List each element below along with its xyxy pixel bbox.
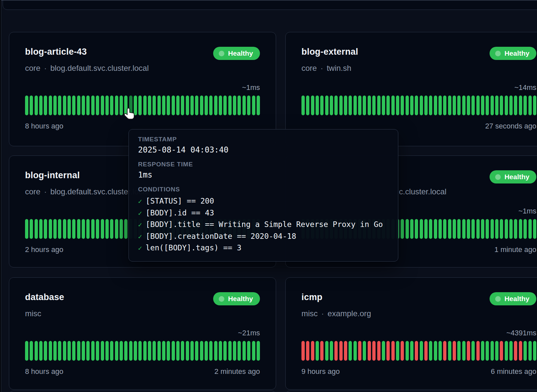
uptime-bar-up[interactable] [44,96,47,115]
uptime-bar-up[interactable] [223,341,227,361]
uptime-bar-up[interactable] [115,341,118,361]
uptime-bar-up[interactable] [82,96,85,115]
uptime-bar-up[interactable] [353,341,357,361]
uptime-bar-up[interactable] [382,96,385,115]
uptime-bar-up[interactable] [353,96,357,115]
uptime-bar-up[interactable] [467,96,470,115]
uptime-bar-up[interactable] [190,341,194,361]
uptime-bar-up[interactable] [58,219,61,239]
uptime-bar-up[interactable] [358,96,361,115]
uptime-bar-down[interactable] [301,341,305,361]
uptime-bar-up[interactable] [200,341,203,361]
uptime-bar-up[interactable] [453,96,456,115]
uptime-bar-up[interactable] [68,96,71,115]
service-card-partial-bottom-right[interactable] [285,391,537,392]
uptime-bar-up[interactable] [153,96,156,115]
uptime-bar-up[interactable] [415,219,418,239]
uptime-bar-up[interactable] [533,96,536,115]
uptime-bar-down[interactable] [476,341,480,361]
uptime-bar-up[interactable] [124,219,127,239]
uptime-bar-up[interactable] [115,219,118,239]
uptime-bar-down[interactable] [391,341,395,361]
uptime-bar-up[interactable] [157,341,161,361]
uptime-bar-up[interactable] [77,96,80,115]
uptime-bar-up[interactable] [505,341,508,361]
uptime-bar-up[interactable] [486,219,489,239]
uptime-bar-up[interactable] [105,96,109,115]
uptime-bar-up[interactable] [53,96,57,115]
uptime-bar-up[interactable] [238,96,241,115]
uptime-bar-up[interactable] [120,219,123,239]
uptime-bar-up[interactable] [91,341,95,361]
uptime-bar-up[interactable] [386,96,390,115]
uptime-bar-up[interactable] [476,96,480,115]
uptime-bar-up[interactable] [167,341,170,361]
uptime-bar-up[interactable] [372,96,376,115]
uptime-bar-down[interactable] [424,341,428,361]
uptime-bar-up[interactable] [462,96,466,115]
uptime-bar-up[interactable] [471,96,475,115]
uptime-bar-up[interactable] [363,341,366,361]
uptime-bar-up[interactable] [68,219,71,239]
uptime-bar-up[interactable] [311,96,314,115]
uptime-bar-down[interactable] [306,341,309,361]
service-card-database[interactable]: database misc Healthy ~21ms 8 hours ago … [9,277,276,390]
uptime-bar-up[interactable] [58,96,61,115]
uptime-bar-up[interactable] [63,219,66,239]
uptime-bar-up[interactable] [181,341,184,361]
uptime-bar-up[interactable] [44,219,47,239]
uptime-bar-up[interactable] [49,96,52,115]
uptime-bar-up[interactable] [491,96,494,115]
uptime-bar-up[interactable] [462,341,466,361]
uptime-bar-up[interactable] [91,96,95,115]
uptime-bar-up[interactable] [339,96,343,115]
uptime-bar-up[interactable] [176,96,180,115]
uptime-bar-up[interactable] [486,96,489,115]
uptime-bar-up[interactable] [72,96,75,115]
uptime-bar-up[interactable] [476,219,480,239]
uptime-bar-up[interactable] [209,96,212,115]
uptime-bar-up[interactable] [181,96,184,115]
uptime-bar-down[interactable] [467,341,470,361]
uptime-bar-down[interactable] [415,341,418,361]
uptime-bar-up[interactable] [101,96,104,115]
uptime-bar-up[interactable] [219,341,222,361]
uptime-bar-down[interactable] [443,341,446,361]
uptime-bar-up[interactable] [148,96,151,115]
uptime-bar-down[interactable] [344,341,347,361]
uptime-bar-up[interactable] [82,341,85,361]
uptime-bar-up[interactable] [252,341,255,361]
uptime-bar-up[interactable] [252,96,255,115]
uptime-bar-up[interactable] [101,341,104,361]
uptime-bar-up[interactable] [162,341,165,361]
uptime-bar-up[interactable] [406,96,409,115]
uptime-bar-down[interactable] [514,341,517,361]
uptime-bar-up[interactable] [44,341,47,361]
uptime-bar-up[interactable] [124,341,127,361]
uptime-bar-down[interactable] [453,341,456,361]
uptime-bar-up[interactable] [486,341,489,361]
uptime-bar-up[interactable] [320,96,324,115]
uptime-bar-up[interactable] [242,96,246,115]
uptime-bar-up[interactable] [471,341,475,361]
uptime-bar-down[interactable] [401,341,404,361]
uptime-bar-up[interactable] [186,96,189,115]
uptime-bar-up[interactable] [368,96,371,115]
uptime-bar-down[interactable] [358,341,361,361]
uptime-bar-up[interactable] [434,219,437,239]
service-card-partial-bottom-left[interactable] [9,391,276,392]
uptime-bar-up[interactable] [519,96,522,115]
uptime-bar-down[interactable] [311,341,314,361]
uptime-bar-up[interactable] [523,219,527,239]
uptime-bar-up[interactable] [448,96,451,115]
uptime-bar-up[interactable] [457,96,461,115]
uptime-bar-down[interactable] [334,341,338,361]
uptime-bar-up[interactable] [377,96,381,115]
uptime-bar-up[interactable] [25,341,28,361]
uptime-bar-up[interactable] [195,96,198,115]
uptime-bar-up[interactable] [349,96,352,115]
uptime-bar-up[interactable] [110,219,113,239]
uptime-bar-up[interactable] [420,219,423,239]
uptime-bar-up[interactable] [396,341,399,361]
uptime-bar-up[interactable] [63,96,66,115]
